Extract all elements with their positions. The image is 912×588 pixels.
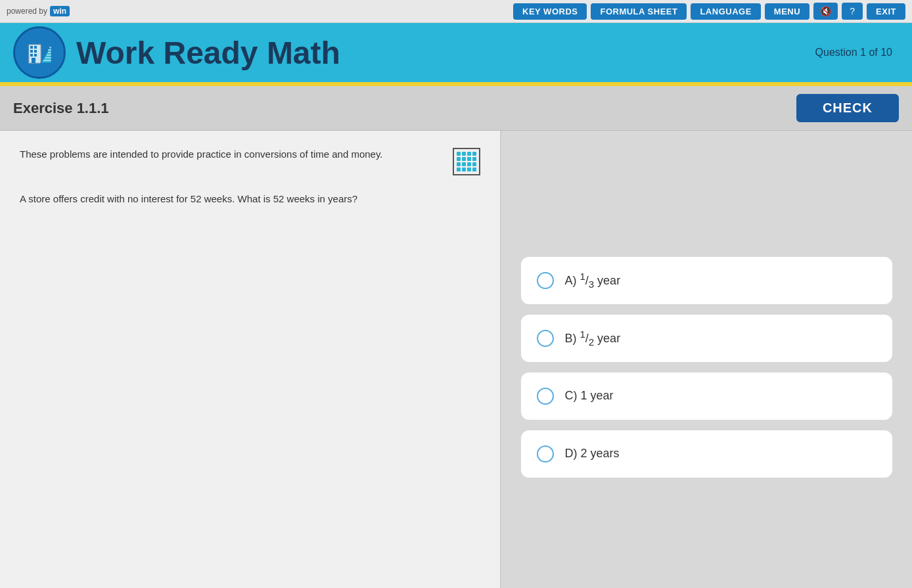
answer-b-text: year bbox=[594, 332, 620, 345]
exercise-header: Exercise 1.1.1 CHECK bbox=[0, 86, 912, 131]
main-content: These problems are intended to provide p… bbox=[0, 131, 912, 588]
mute-button[interactable]: 🔇 bbox=[813, 3, 838, 20]
help-button[interactable]: ? bbox=[842, 3, 863, 20]
powered-by-text: powered by bbox=[7, 7, 47, 16]
answer-label-b: B) 1/2 year bbox=[564, 328, 620, 348]
app-logo bbox=[13, 26, 66, 79]
exit-button[interactable]: EXIT bbox=[867, 3, 905, 20]
radio-a[interactable] bbox=[537, 272, 554, 289]
calc-cell bbox=[457, 168, 461, 171]
question-counter: Question 1 of 10 bbox=[815, 47, 892, 58]
answer-option-a[interactable]: A) 1/3 year bbox=[521, 257, 892, 304]
svg-rect-5 bbox=[30, 54, 33, 57]
answer-label-d: D) 2 years bbox=[564, 447, 619, 461]
right-panel: A) 1/3 year B) 1/2 year C) 1 year D) 2 y… bbox=[501, 131, 912, 588]
answer-a-text: year bbox=[594, 274, 620, 287]
calc-cell bbox=[472, 152, 476, 156]
top-navigation: powered by win KEY WORDS FORMULA SHEET L… bbox=[0, 0, 912, 23]
calc-cell bbox=[467, 157, 471, 161]
radio-d[interactable] bbox=[537, 445, 554, 463]
answer-b-denominator: 2 bbox=[589, 336, 594, 348]
answer-option-d[interactable]: D) 2 years bbox=[521, 430, 892, 478]
answer-option-b[interactable]: B) 1/2 year bbox=[521, 315, 892, 362]
answer-d-text: D) 2 years bbox=[564, 447, 619, 460]
ruler-icon bbox=[26, 39, 53, 66]
problem-intro: These problems are intended to provide p… bbox=[20, 147, 480, 175]
calc-cell bbox=[462, 168, 466, 171]
menu-button[interactable]: MENU bbox=[765, 3, 809, 20]
svg-rect-6 bbox=[34, 54, 37, 57]
radio-b[interactable] bbox=[537, 330, 554, 347]
calc-cell bbox=[467, 162, 471, 166]
svg-rect-7 bbox=[32, 58, 35, 63]
problem-question: A store offers credit with no interest f… bbox=[20, 191, 480, 207]
calc-cell bbox=[472, 162, 476, 166]
calculator-icon[interactable] bbox=[453, 148, 480, 175]
check-button[interactable]: CHECK bbox=[796, 94, 899, 122]
exercise-title: Exercise 1.1.1 bbox=[13, 100, 109, 117]
answer-b-numerator: 1 bbox=[580, 328, 585, 340]
app-header: Work Ready Math Question 1 of 10 bbox=[0, 23, 912, 82]
language-button[interactable]: LANGUAGE bbox=[691, 3, 760, 20]
answer-b-letter: B) bbox=[564, 332, 580, 345]
calc-cell bbox=[467, 152, 471, 156]
left-panel: These problems are intended to provide p… bbox=[0, 131, 501, 588]
answer-label-a: A) 1/3 year bbox=[564, 271, 620, 290]
calc-cell bbox=[457, 157, 461, 161]
calc-cell bbox=[462, 162, 466, 166]
answer-a-denominator: 3 bbox=[589, 279, 594, 290]
calc-cell bbox=[462, 152, 466, 156]
radio-c[interactable] bbox=[537, 388, 554, 405]
svg-rect-1 bbox=[30, 46, 33, 49]
answer-a-numerator: 1 bbox=[580, 271, 585, 282]
calc-cell bbox=[472, 157, 476, 161]
answer-option-c[interactable]: C) 1 year bbox=[521, 373, 892, 420]
answer-label-c: C) 1 year bbox=[564, 389, 613, 403]
answer-a-letter: A) bbox=[564, 274, 580, 287]
calc-cell bbox=[472, 168, 476, 171]
answer-c-text: C) 1 year bbox=[564, 389, 613, 402]
formula-sheet-button[interactable]: FORMULA SHEET bbox=[591, 3, 687, 20]
svg-rect-2 bbox=[34, 46, 37, 49]
intro-text: These problems are intended to provide p… bbox=[20, 147, 444, 162]
app-title: Work Ready Math bbox=[76, 35, 340, 71]
calc-cell bbox=[457, 152, 461, 156]
win-logo: win bbox=[50, 6, 70, 16]
powered-by-label: powered by win bbox=[7, 6, 70, 16]
calc-cell bbox=[462, 157, 466, 161]
svg-rect-3 bbox=[30, 50, 33, 53]
calc-cell bbox=[457, 162, 461, 166]
calc-cell bbox=[467, 168, 471, 171]
key-words-button[interactable]: KEY WORDS bbox=[513, 3, 587, 20]
svg-rect-4 bbox=[34, 50, 37, 53]
